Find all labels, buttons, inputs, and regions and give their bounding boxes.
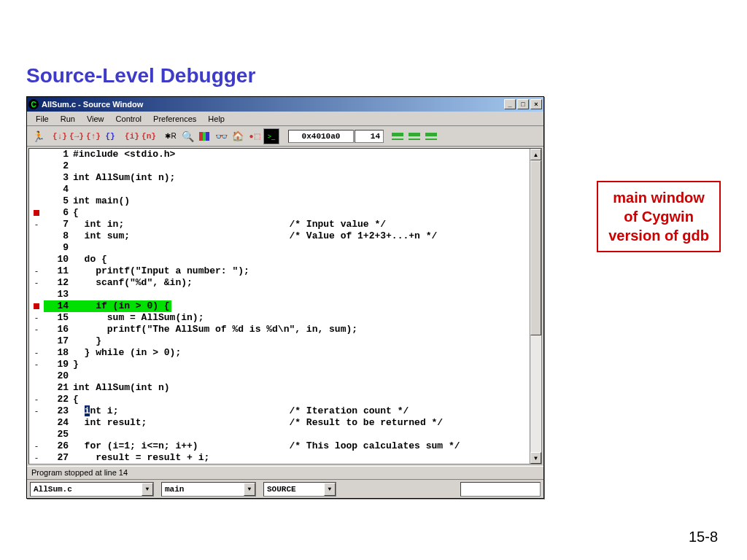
menu-help[interactable]: Help bbox=[202, 113, 231, 125]
code-line[interactable]: 9 bbox=[29, 242, 530, 254]
code-line[interactable]: 5int main() bbox=[29, 195, 530, 207]
function-combo[interactable]: main ▼ bbox=[161, 482, 256, 497]
scroll-up-icon[interactable]: ▲ bbox=[530, 149, 541, 160]
finish-button-icon[interactable]: {↑} bbox=[85, 128, 101, 144]
gutter[interactable]: - bbox=[29, 440, 44, 452]
watch-button-icon[interactable]: 👓 bbox=[213, 128, 229, 144]
console-button-icon[interactable]: >_ bbox=[263, 128, 279, 144]
gutter[interactable] bbox=[29, 207, 44, 219]
code-line[interactable]: 4 bbox=[29, 184, 530, 195]
gutter[interactable] bbox=[29, 300, 44, 312]
code-line[interactable]: -18 } while (in > 0); bbox=[29, 347, 530, 359]
gutter[interactable] bbox=[29, 195, 44, 207]
gutter[interactable] bbox=[29, 160, 44, 172]
code-line[interactable]: -22{ bbox=[29, 394, 530, 405]
minimize-button[interactable]: _ bbox=[504, 99, 516, 109]
menu-view[interactable]: View bbox=[81, 113, 110, 125]
code-line[interactable]: -7 int in; /* Input value */ bbox=[29, 219, 530, 230]
gutter[interactable] bbox=[29, 172, 44, 184]
run-button-icon[interactable]: 🏃 bbox=[30, 128, 46, 144]
code-line[interactable]: 14 if (in > 0) { bbox=[29, 300, 530, 312]
gutter[interactable] bbox=[29, 230, 44, 242]
gutter[interactable] bbox=[29, 370, 44, 382]
stack-button-icon[interactable] bbox=[196, 128, 212, 144]
titlebar[interactable]: C AllSum.c - Source Window _ □ × bbox=[27, 97, 543, 112]
gutter[interactable]: - bbox=[29, 359, 44, 370]
registers-button-icon[interactable]: ✱R bbox=[163, 128, 179, 144]
code-line[interactable]: 10 do { bbox=[29, 254, 530, 265]
search-field[interactable] bbox=[460, 482, 541, 497]
code-line[interactable]: 17 } bbox=[29, 335, 530, 347]
code-line[interactable]: 24 int result; /* Result to be returned … bbox=[29, 417, 530, 429]
menu-file[interactable]: File bbox=[30, 113, 55, 125]
line-number: 12 bbox=[44, 277, 73, 289]
breakpoints-button-icon[interactable]: ●⬚ bbox=[247, 128, 263, 144]
code-line[interactable]: -23 int i; /* Iteration count */ bbox=[29, 405, 530, 417]
code-line[interactable]: 3int AllSum(int n); bbox=[29, 172, 530, 184]
address-field[interactable]: 0x4010a0 bbox=[288, 130, 354, 143]
gutter[interactable] bbox=[29, 242, 44, 254]
gutter[interactable]: - bbox=[29, 405, 44, 417]
gutter[interactable]: - bbox=[29, 277, 44, 289]
menu-control[interactable]: Control bbox=[110, 113, 147, 125]
gutter[interactable]: - bbox=[29, 265, 44, 277]
gutter[interactable]: - bbox=[29, 452, 44, 464]
mode-combo[interactable]: SOURCE ▼ bbox=[263, 482, 336, 497]
gutter[interactable] bbox=[29, 335, 44, 347]
line-field[interactable]: 14 bbox=[355, 130, 384, 143]
maximize-button[interactable]: □ bbox=[517, 99, 529, 109]
scroll-thumb[interactable] bbox=[530, 160, 541, 335]
next-button-icon[interactable]: {→} bbox=[69, 128, 85, 144]
code-line[interactable]: 1#include <stdio.h> bbox=[29, 149, 530, 160]
gutter[interactable] bbox=[29, 184, 44, 195]
gutter[interactable]: - bbox=[29, 347, 44, 359]
chevron-down-icon[interactable]: ▼ bbox=[142, 483, 153, 496]
file-combo[interactable]: AllSum.c ▼ bbox=[30, 482, 154, 497]
code-line[interactable]: -12 scanf("%d", &in); bbox=[29, 277, 530, 289]
stack-up-icon[interactable] bbox=[406, 128, 422, 144]
code-line[interactable]: 20 bbox=[29, 370, 530, 382]
code-line[interactable]: -19} bbox=[29, 359, 530, 370]
breakpoint-icon[interactable] bbox=[34, 210, 39, 216]
gutter[interactable]: - bbox=[29, 219, 44, 230]
gutter[interactable]: - bbox=[29, 394, 44, 405]
gutter[interactable] bbox=[29, 429, 44, 440]
code-line[interactable]: -11 printf("Input a number: "); bbox=[29, 265, 530, 277]
chevron-down-icon[interactable]: ▼ bbox=[324, 483, 336, 496]
menu-preferences[interactable]: Preferences bbox=[147, 113, 202, 125]
code-line[interactable]: 6{ bbox=[29, 207, 530, 219]
code-line[interactable]: 2 bbox=[29, 160, 530, 172]
code-line[interactable]: -26 for (i=1; i<=n; i++) /* This loop ca… bbox=[29, 440, 530, 452]
code-line[interactable]: 13 bbox=[29, 289, 530, 300]
breakpoint-icon[interactable] bbox=[34, 303, 39, 309]
nexti-button-icon[interactable]: {n} bbox=[141, 128, 157, 144]
file-combo-value: AllSum.c bbox=[31, 485, 142, 494]
stack-down-icon[interactable] bbox=[390, 128, 406, 144]
code-line[interactable]: 8 int sum; /* Value of 1+2+3+...+n */ bbox=[29, 230, 530, 242]
memory-button-icon[interactable]: 🔍 bbox=[179, 128, 196, 144]
stepi-button-icon[interactable]: {i} bbox=[124, 128, 140, 144]
gutter[interactable] bbox=[29, 289, 44, 300]
gutter[interactable] bbox=[29, 149, 44, 160]
close-button[interactable]: × bbox=[530, 99, 542, 109]
menu-run[interactable]: Run bbox=[55, 113, 81, 125]
code-line[interactable]: 25 bbox=[29, 429, 530, 440]
continue-button-icon[interactable]: {} bbox=[102, 128, 118, 144]
scroll-track[interactable] bbox=[530, 160, 541, 452]
stack-bottom-icon[interactable] bbox=[423, 128, 439, 144]
vertical-scrollbar[interactable]: ▲ ▼ bbox=[530, 149, 541, 464]
code-line[interactable]: -27 result = result + i; bbox=[29, 452, 530, 464]
code-line[interactable]: -15 sum = AllSum(in); bbox=[29, 312, 530, 324]
gutter[interactable] bbox=[29, 417, 44, 429]
code-line[interactable]: 21int AllSum(int n) bbox=[29, 382, 530, 394]
gutter[interactable]: - bbox=[29, 312, 44, 324]
gutter[interactable]: - bbox=[29, 324, 44, 335]
locals-button-icon[interactable]: 🏠 bbox=[230, 128, 246, 144]
code-area[interactable]: 1#include <stdio.h>23int AllSum(int n);4… bbox=[29, 149, 530, 464]
scroll-down-icon[interactable]: ▼ bbox=[530, 452, 541, 464]
chevron-down-icon[interactable]: ▼ bbox=[244, 483, 255, 496]
step-button-icon[interactable]: {↓} bbox=[52, 128, 68, 144]
gutter[interactable] bbox=[29, 254, 44, 265]
code-line[interactable]: -16 printf("The AllSum of %d is %d\n", i… bbox=[29, 324, 530, 335]
gutter[interactable] bbox=[29, 382, 44, 394]
